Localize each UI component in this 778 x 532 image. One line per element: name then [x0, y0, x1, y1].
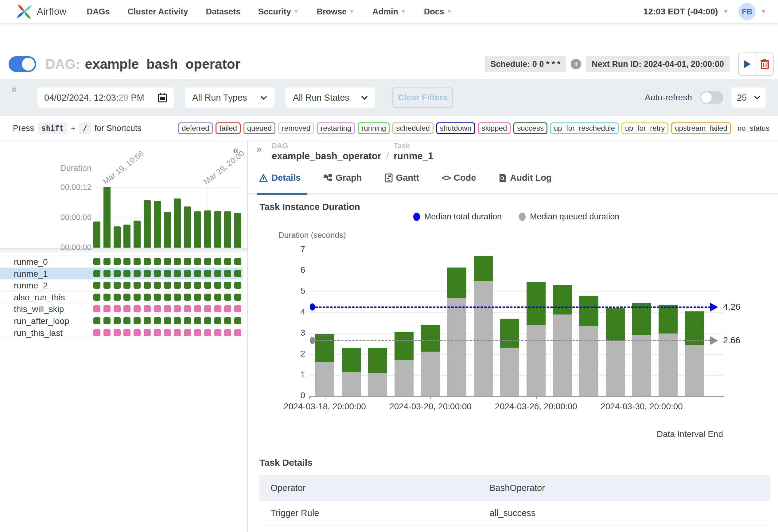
task-instance-square-success[interactable]	[194, 294, 201, 301]
tab-details[interactable]: Details	[259, 173, 301, 183]
task-instance-square-success[interactable]	[103, 270, 110, 277]
task-instance-square-success[interactable]	[204, 258, 211, 265]
task-instance-square-skipped[interactable]	[103, 305, 110, 312]
run-duration-bar[interactable]	[93, 221, 100, 248]
task-instance-square-success[interactable]	[124, 258, 131, 265]
duration-bar[interactable]	[315, 334, 334, 396]
status-badge-restarting[interactable]: restarting	[317, 122, 355, 134]
task-instance-square-skipped[interactable]	[234, 329, 241, 336]
task-instance-square-success[interactable]	[184, 270, 191, 277]
clock[interactable]: 12:03 EDT (-04:00)	[643, 7, 718, 17]
status-badge-removed[interactable]: removed	[278, 122, 314, 134]
duration-bar[interactable]	[447, 268, 466, 396]
task-instance-square-success[interactable]	[144, 317, 151, 324]
run-duration-bar[interactable]	[184, 206, 191, 248]
task-instance-square-skipped[interactable]	[154, 329, 161, 336]
collapse-filters-icon[interactable]: «	[9, 87, 20, 93]
task-instance-square-success[interactable]	[234, 270, 241, 277]
task-instance-square-success[interactable]	[234, 294, 241, 301]
task-instance-square-success[interactable]	[204, 282, 211, 289]
task-instance-square-skipped[interactable]	[204, 329, 211, 336]
dag-pause-toggle[interactable]	[9, 56, 36, 72]
expand-panel-icon[interactable]: »	[256, 143, 262, 155]
task-instance-square-success[interactable]	[224, 270, 231, 277]
task-instance-square-success[interactable]	[184, 294, 191, 301]
brand[interactable]: Airflow	[16, 3, 67, 20]
avatar[interactable]: FB	[738, 3, 756, 20]
task-instance-square-skipped[interactable]	[224, 305, 231, 312]
run-states-select[interactable]: All Run States	[286, 87, 375, 108]
task-instance-square-success[interactable]	[134, 258, 141, 265]
task-instance-square-success[interactable]	[103, 282, 110, 289]
status-badge-deferred[interactable]: deferred	[178, 122, 213, 134]
task-instance-square-success[interactable]	[194, 317, 201, 324]
status-badge-success[interactable]: success	[513, 122, 547, 134]
status-badge-queued[interactable]: queued	[243, 122, 276, 134]
task-instance-square-success[interactable]	[214, 294, 221, 301]
task-instance-square-success[interactable]	[174, 317, 181, 324]
task-instance-square-skipped[interactable]	[134, 305, 141, 312]
duration-bar[interactable]	[685, 312, 704, 396]
task-instance-square-success[interactable]	[113, 282, 121, 289]
task-instance-square-success[interactable]	[93, 317, 100, 324]
run-duration-bar[interactable]	[164, 212, 171, 248]
task-instance-square-skipped[interactable]	[194, 305, 201, 312]
run-duration-bar[interactable]	[204, 210, 211, 248]
task-instance-square-success[interactable]	[124, 282, 131, 289]
task-instance-square-success[interactable]	[204, 294, 211, 301]
task-row-runme_0[interactable]: runme_0	[0, 256, 243, 268]
status-badge-skipped[interactable]: skipped	[478, 122, 511, 134]
task-instance-square-success[interactable]	[204, 317, 211, 324]
legend-item[interactable]: Median total duration	[413, 212, 502, 221]
status-badge-up_for_reschedule[interactable]: up_for_reschedule	[550, 122, 619, 134]
tab-code[interactable]: <>Code	[442, 173, 476, 183]
task-instance-square-skipped[interactable]	[164, 305, 171, 312]
task-instance-square-success[interactable]	[134, 294, 141, 301]
task-instance-square-skipped[interactable]	[174, 329, 181, 336]
task-instance-square-skipped[interactable]	[194, 329, 201, 336]
status-badge-failed[interactable]: failed	[216, 122, 240, 134]
task-row-runme_2[interactable]: runme_2	[0, 279, 243, 291]
task-instance-square-success[interactable]	[93, 282, 100, 289]
run-duration-bar[interactable]	[154, 201, 161, 248]
duration-bar[interactable]	[658, 305, 678, 396]
task-instance-square-success[interactable]	[134, 270, 141, 277]
task-instance-square-success[interactable]	[154, 282, 161, 289]
task-instance-square-success[interactable]	[204, 270, 211, 277]
task-instance-square-skipped[interactable]	[93, 329, 100, 336]
task-instance-square-success[interactable]	[113, 270, 121, 277]
task-instance-square-skipped[interactable]	[103, 329, 110, 336]
task-instance-square-success[interactable]	[184, 282, 191, 289]
task-instance-square-skipped[interactable]	[214, 329, 221, 336]
task-instance-square-success[interactable]	[214, 258, 221, 265]
run-duration-bar[interactable]	[234, 213, 241, 248]
duration-bar[interactable]	[421, 325, 440, 396]
task-row-runme_1[interactable]: runme_1	[0, 268, 243, 279]
task-instance-square-success[interactable]	[134, 317, 141, 324]
task-instance-square-success[interactable]	[184, 317, 191, 324]
run-duration-bar[interactable]	[134, 220, 141, 248]
run-duration-bar[interactable]	[194, 211, 201, 248]
task-instance-square-skipped[interactable]	[164, 329, 171, 336]
legend-item[interactable]: Median queued duration	[519, 212, 619, 221]
task-instance-square-success[interactable]	[194, 270, 201, 277]
task-instance-square-success[interactable]	[124, 294, 131, 301]
nav-item-datasets[interactable]: Datasets	[206, 7, 241, 17]
clear-filters-button[interactable]: Clear Filters	[392, 87, 453, 108]
run-duration-bar[interactable]	[124, 225, 131, 248]
status-badge-up_for_retry[interactable]: up_for_retry	[621, 122, 669, 134]
task-instance-square-success[interactable]	[113, 258, 121, 265]
breadcrumb-task-value[interactable]: runme_1	[394, 151, 433, 162]
task-instance-square-success[interactable]	[174, 282, 181, 289]
task-instance-square-success[interactable]	[113, 317, 121, 324]
task-instance-square-success[interactable]	[93, 270, 100, 277]
status-badge-no_status[interactable]: no_status	[734, 122, 773, 134]
task-row-run_after_loop[interactable]: run_after_loop	[0, 315, 243, 327]
task-instance-square-success[interactable]	[164, 270, 171, 277]
task-instance-square-skipped[interactable]	[214, 305, 221, 312]
task-instance-square-success[interactable]	[134, 282, 141, 289]
task-instance-square-success[interactable]	[144, 294, 151, 301]
task-instance-square-success[interactable]	[154, 258, 161, 265]
duration-bar[interactable]	[606, 308, 625, 396]
date-filter-input[interactable]: 04/02/2024, 12:03:29 PM	[37, 87, 174, 108]
